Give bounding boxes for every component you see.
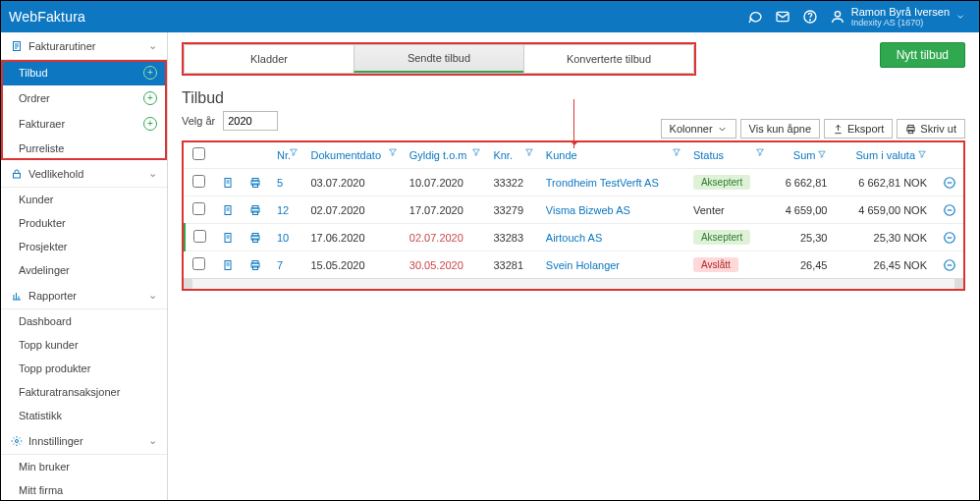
offer-nr-link[interactable]: 10 [277, 232, 289, 244]
sidebar-item[interactable]: Fakturaer+ [1, 111, 167, 137]
chevron-down-icon [955, 12, 965, 22]
doc-icon[interactable] [214, 224, 242, 251]
row-checkbox[interactable] [192, 257, 205, 270]
col-sumcurr[interactable]: Sum i valuta [835, 141, 935, 169]
open-only-button[interactable]: Vis kun åpne [740, 119, 820, 139]
filter-icon[interactable] [524, 147, 534, 157]
mail-icon[interactable] [769, 3, 796, 30]
sidebar-item-label: Statistikk [19, 410, 62, 421]
sidebar-item[interactable]: Mitt firma [1, 478, 167, 500]
sidebar-item[interactable]: Dashboard [1, 309, 167, 333]
col-sum[interactable]: Sum [769, 141, 835, 169]
sidebar-item[interactable]: Topp kunder [1, 333, 167, 357]
sidebar-group[interactable]: Fakturarutiner⌄ [1, 32, 167, 60]
sidebar-item-label: Dashboard [19, 315, 72, 327]
year-input[interactable] [223, 111, 278, 131]
chart-icon [11, 290, 23, 302]
sidebar-group[interactable]: Innstillinger⌄ [1, 427, 167, 455]
chat-icon[interactable] [741, 3, 769, 30]
table-row[interactable]: 1202.07.202017.07.202033279Visma Bizweb … [185, 196, 965, 224]
cell-knr: 33279 [485, 196, 537, 224]
filter-icon[interactable] [755, 147, 765, 157]
sidebar-item[interactable]: Avdelinger [1, 258, 167, 282]
export-icon [833, 124, 844, 135]
customer-link[interactable]: Airtouch AS [546, 232, 602, 244]
cell-sum: 25,30 [769, 224, 835, 251]
chevron-down-icon: ⌄ [148, 289, 157, 302]
col-nr[interactable]: Nr. [269, 141, 302, 169]
sidebar-item[interactable]: Purreliste [1, 137, 167, 160]
content: KladderSendte tilbudKonverterte tilbud N… [168, 32, 979, 500]
offer-nr-link[interactable]: 7 [277, 259, 283, 271]
table-row[interactable]: 503.07.202010.07.202033322Trondheim Test… [185, 169, 965, 196]
offers-table: Nr. Dokumentdato Gyldig t.o.m Knr. Kunde… [182, 140, 965, 291]
lock-icon [11, 168, 23, 180]
print-icon[interactable] [242, 251, 269, 279]
customer-link[interactable]: Visma Bizweb AS [546, 204, 630, 216]
table-row[interactable]: 1017.06.202002.07.202033283Airtouch ASAk… [185, 224, 965, 251]
sidebar-item[interactable]: Min bruker [1, 455, 167, 478]
export-button[interactable]: Eksport [824, 119, 893, 139]
sidebar-item[interactable]: Prosjekter [1, 235, 167, 258]
filter-icon[interactable] [289, 147, 299, 157]
sidebar-item[interactable]: Ordrer+ [1, 85, 167, 111]
columns-button[interactable]: Kolonner [661, 119, 736, 139]
tab[interactable]: Sendte tilbud [354, 45, 523, 73]
row-action-icon[interactable] [935, 224, 964, 251]
new-offer-button[interactable]: Nytt tilbud [880, 42, 965, 68]
filter-icon[interactable] [817, 149, 827, 159]
row-checkbox[interactable] [193, 230, 206, 243]
offer-nr-link[interactable]: 12 [277, 204, 289, 216]
offer-nr-link[interactable]: 5 [277, 177, 283, 189]
customer-link[interactable]: Svein Holanger [546, 259, 620, 271]
sidebar-item-label: Prosjekter [19, 241, 68, 252]
horizontal-scrollbar[interactable] [183, 278, 964, 290]
help-icon[interactable] [796, 3, 824, 30]
doc-icon[interactable] [214, 196, 242, 224]
col-status[interactable]: Status [685, 141, 769, 169]
sidebar-item[interactable]: Kunder [1, 188, 167, 211]
row-action-icon[interactable] [935, 251, 964, 279]
sidebar-item[interactable]: Produkter [1, 211, 167, 235]
filter-icon[interactable] [471, 147, 481, 157]
add-icon[interactable]: + [143, 117, 157, 131]
col-valid[interactable]: Gyldig t.o.m [402, 141, 486, 169]
sidebar-group[interactable]: Rapporter⌄ [1, 282, 167, 309]
sidebar-item-label: Topp produkter [19, 362, 90, 374]
row-checkbox[interactable] [192, 202, 205, 215]
print-button[interactable]: Skriv ut [897, 119, 965, 139]
filter-icon[interactable] [672, 147, 681, 157]
cell-sumcurr: 4 659,00 NOK [835, 196, 935, 224]
add-icon[interactable]: + [143, 66, 157, 80]
svg-point-3 [835, 12, 840, 17]
row-action-icon[interactable] [935, 169, 964, 196]
chevron-down-icon [717, 124, 728, 135]
sidebar-group[interactable]: Vedlikehold⌄ [1, 160, 167, 188]
select-all-checkbox[interactable] [192, 147, 205, 160]
sidebar-item[interactable]: Fakturatransaksjoner [1, 380, 167, 404]
filter-icon[interactable] [388, 147, 398, 157]
sidebar-item[interactable]: Statistikk [1, 404, 167, 427]
add-icon[interactable]: + [143, 91, 157, 105]
print-icon[interactable] [242, 196, 269, 224]
tab[interactable]: Kladder [185, 45, 354, 73]
customer-link[interactable]: Trondheim TestVerft AS [546, 177, 659, 189]
tab[interactable]: Konverterte tilbud [523, 45, 693, 73]
row-checkbox[interactable] [192, 175, 205, 188]
col-knr[interactable]: Knr. [485, 141, 537, 169]
table-row[interactable]: 715.05.202030.05.202033281Svein Holanger… [185, 251, 965, 279]
doc-icon[interactable] [214, 169, 242, 196]
col-kunde[interactable]: Kunde [538, 141, 685, 169]
doc-icon[interactable] [214, 251, 242, 279]
user-menu[interactable]: Ramon Byrå Iversen Indexity AS (1670) [824, 6, 971, 28]
chevron-down-icon: ⌄ [148, 39, 157, 52]
print-icon[interactable] [242, 169, 269, 196]
col-docdate[interactable]: Dokumentdato [302, 141, 401, 169]
cell-valid: 02.07.2020 [402, 224, 486, 251]
sidebar-item[interactable]: Tilbud+ [1, 60, 167, 85]
sidebar-group-label: Rapporter [28, 290, 77, 302]
sidebar-item[interactable]: Topp produkter [1, 357, 167, 380]
filter-icon[interactable] [917, 149, 927, 159]
print-icon[interactable] [242, 224, 269, 251]
row-action-icon[interactable] [935, 196, 964, 224]
